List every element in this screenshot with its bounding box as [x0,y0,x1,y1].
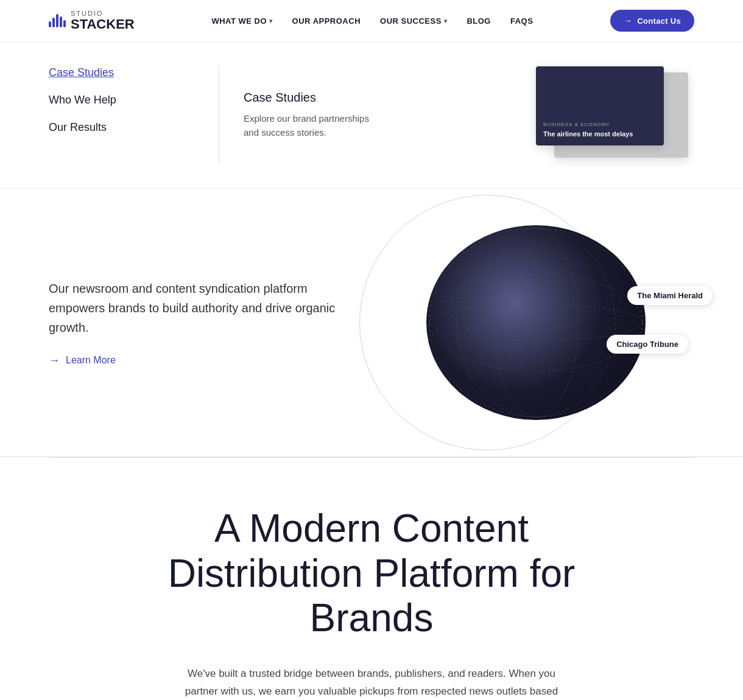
brand-name: studio stacker [71,10,135,32]
dropdown-our-results[interactable]: Our Results [49,121,194,134]
dropdown-who-we-help[interactable]: Who We Help [49,94,194,107]
globe-graphic [426,225,646,420]
dropdown-center-panel: Case Studies Explore our brand partnersh… [219,66,402,164]
dropdown-menu: Case Studies Who We Help Our Results Cas… [0,42,743,189]
article-card-front: BUSINESS & ECONOMY The airlines the most… [536,66,664,145]
publisher-chicago-tribune: Chicago Tribune [607,335,688,354]
globe-overlay [426,225,646,420]
nav-what-we-do[interactable]: WHAT WE DO ▾ [211,16,272,26]
article-title: The airlines the most delays [543,130,657,138]
publisher-miami-herald: The Miami Herald [627,286,713,305]
logo-icon [49,14,66,27]
dropdown-panel-title: Case Studies [244,91,378,105]
bar1 [49,21,51,27]
nav-blog[interactable]: BLOG [467,16,491,26]
dropdown-case-studies[interactable]: Case Studies [49,66,194,79]
platform-text: Our newsroom and content syndication pla… [49,279,353,367]
dropdown-panel-description: Explore our brand partnerships and succe… [244,112,378,139]
chevron-down-icon: ▾ [444,18,448,24]
arrow-icon: → [624,16,632,26]
hero-heading: A Modern Content Distribution Platform f… [158,506,585,641]
logo[interactable]: studio stacker [49,10,135,32]
platform-description: Our newsroom and content syndication pla… [49,279,353,337]
nav-faqs[interactable]: FAQS [510,16,533,26]
nav-links: WHAT WE DO ▾ OUR APPROACH OUR SUCCESS ▾ … [211,16,533,26]
article-tag: BUSINESS & ECONOMY [543,122,657,127]
navigation: studio stacker WHAT WE DO ▾ OUR APPROACH… [0,0,743,42]
nav-our-approach[interactable]: OUR APPROACH [292,16,361,26]
learn-more-link[interactable]: → Learn More [49,354,353,367]
hero-description: We've built a trusted bridge between bra… [183,665,560,700]
brand-wordmark: stacker [71,17,135,32]
hero-section: A Modern Content Distribution Platform f… [0,458,743,700]
platform-section: Our newsroom and content syndication pla… [0,189,743,457]
learn-more-label: Learn More [66,355,116,366]
nav-our-success[interactable]: OUR SUCCESS ▾ [380,16,447,26]
dropdown-left-panel: Case Studies Who We Help Our Results [49,66,219,164]
bar4 [60,16,62,27]
chevron-down-icon: ▾ [269,18,273,24]
arrow-icon: → [49,354,60,367]
bar3 [56,14,58,27]
article-card-stack: BUSINESS & ECONOMY The airlines the most… [536,66,694,164]
bar2 [52,18,55,27]
dropdown-image-area: BUSINESS & ECONOMY The airlines the most… [402,66,694,164]
contact-button[interactable]: → Contact Us [610,10,694,32]
platform-visual: The Miami Herald Chicago Tribune [378,225,694,420]
bar5 [63,20,66,27]
